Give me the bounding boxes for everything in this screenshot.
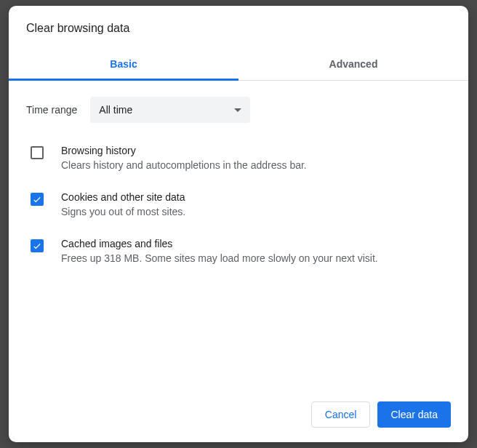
time-range-label: Time range <box>26 104 77 116</box>
dialog-footer: Cancel Clear data <box>9 390 468 442</box>
time-range-select[interactable]: All time <box>90 97 250 123</box>
tabs: Basic Advanced <box>9 48 468 81</box>
time-range-value: All time <box>99 104 132 116</box>
checkbox-browsing-history[interactable] <box>31 146 44 159</box>
option-desc: Signs you out of most sites. <box>61 206 451 217</box>
dialog-content: Time range All time Browsing history Cle… <box>9 81 468 390</box>
option-cookies: Cookies and other site data Signs you ou… <box>26 191 451 217</box>
check-icon <box>32 241 42 251</box>
chevron-down-icon <box>234 108 241 112</box>
option-browsing-history: Browsing history Clears history and auto… <box>26 145 451 171</box>
checkbox-cache[interactable] <box>31 239 44 252</box>
option-title: Browsing history <box>61 145 451 156</box>
cancel-button[interactable]: Cancel <box>311 401 371 428</box>
check-icon <box>32 194 42 204</box>
tab-advanced[interactable]: Advanced <box>238 48 468 80</box>
option-text: Cookies and other site data Signs you ou… <box>61 191 451 217</box>
option-text: Cached images and files Frees up 318 MB.… <box>61 238 451 264</box>
dialog-title: Clear browsing data <box>9 6 468 48</box>
tab-basic[interactable]: Basic <box>9 48 238 80</box>
checkbox-cookies[interactable] <box>31 193 44 206</box>
option-cache: Cached images and files Frees up 318 MB.… <box>26 238 451 264</box>
clear-data-button[interactable]: Clear data <box>377 401 451 428</box>
option-title: Cached images and files <box>61 238 451 249</box>
clear-browsing-data-dialog: Clear browsing data Basic Advanced Time … <box>9 6 468 442</box>
option-title: Cookies and other site data <box>61 191 451 203</box>
option-text: Browsing history Clears history and auto… <box>61 145 451 171</box>
option-desc: Frees up 318 MB. Some sites may load mor… <box>61 252 451 264</box>
option-desc: Clears history and autocompletions in th… <box>61 159 451 171</box>
time-range-row: Time range All time <box>26 97 451 123</box>
